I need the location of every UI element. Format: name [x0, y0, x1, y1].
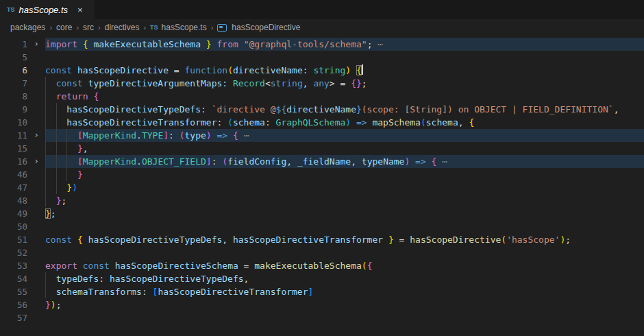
code-line[interactable]: 48 };: [0, 194, 644, 207]
code-line[interactable]: 6const hasScopeDirective = function(dire…: [0, 64, 644, 77]
code-line[interactable]: 53export const hasScopeDirectiveSchema =…: [0, 259, 644, 272]
close-icon[interactable]: ×: [77, 5, 83, 14]
breadcrumb-item-file[interactable]: hasScope.ts: [162, 23, 207, 32]
line-number[interactable]: 11: [0, 129, 27, 142]
line-number[interactable]: 10: [0, 116, 27, 129]
line-number[interactable]: 46: [0, 168, 27, 181]
code-token: [212, 130, 217, 141]
code-content[interactable]: });: [45, 298, 644, 311]
code-token: [72, 65, 77, 75]
breadcrumb-item-packages[interactable]: packages: [10, 23, 45, 32]
code-token: {: [93, 91, 99, 101]
code-token: ;: [56, 300, 62, 310]
line-number[interactable]: 16: [0, 155, 27, 168]
line-number[interactable]: 1: [0, 38, 27, 51]
code-content[interactable]: },: [45, 142, 644, 155]
line-number[interactable]: 8: [0, 90, 27, 103]
code-line[interactable]: 54 typeDefs: hasScopeDirectiveTypeDefs,: [0, 272, 644, 285]
code-token: directiveName: [233, 65, 303, 75]
fold-spacer: [27, 272, 45, 285]
code-line[interactable]: 9 hasScopeDirectiveTypeDefs: `directive …: [0, 103, 644, 116]
code-content[interactable]: };: [45, 207, 644, 220]
code-content[interactable]: }): [45, 181, 644, 194]
code-line[interactable]: 1›import { makeExecutableSchema } from "…: [0, 38, 644, 51]
line-number[interactable]: 9: [0, 103, 27, 116]
fold-spacer: [27, 64, 45, 77]
line-number[interactable]: 49: [0, 207, 27, 220]
line-number[interactable]: 52: [0, 246, 27, 259]
line-number[interactable]: 56: [0, 298, 27, 311]
code-content[interactable]: const typeDirectiveArgumentMaps: Record<…: [45, 77, 644, 90]
code-line[interactable]: 15 },: [0, 142, 644, 155]
line-number[interactable]: 51: [0, 233, 27, 246]
code-line[interactable]: 10 hasScopeDirectiveTransformer: (schema…: [0, 116, 644, 129]
code-content[interactable]: const hasScopeDirective = function(direc…: [45, 64, 644, 77]
breadcrumb-item-src[interactable]: src: [83, 23, 94, 32]
code-line[interactable]: 49};: [0, 207, 644, 220]
code-content[interactable]: [MapperKind.TYPE]: (type) => { ⋯: [45, 129, 644, 142]
code-line[interactable]: 55 schemaTransforms: [hasScopeDirectiveT…: [0, 285, 644, 298]
code-line[interactable]: 16› [MapperKind.OBJECT_FIELD]: (fieldCon…: [0, 155, 644, 168]
line-number[interactable]: 6: [0, 64, 27, 77]
code-line[interactable]: 51const { hasScopeDirectiveTypeDefs, has…: [0, 233, 644, 246]
code-token: :: [265, 117, 276, 128]
breadcrumb-item-core[interactable]: core: [56, 23, 72, 32]
code-line[interactable]: 5: [0, 51, 644, 64]
code-content[interactable]: [45, 220, 644, 233]
code-line[interactable]: 7 const typeDirectiveArgumentMaps: Recor…: [0, 77, 644, 90]
code-content[interactable]: export const hasScopeDirectiveSchema = m…: [45, 259, 644, 272]
line-number[interactable]: 57: [0, 311, 27, 324]
line-number[interactable]: 50: [0, 220, 27, 233]
line-number[interactable]: 48: [0, 194, 27, 207]
breadcrumb-item-symbol[interactable]: hasScopeDirective: [232, 23, 300, 32]
code-content[interactable]: [45, 51, 644, 64]
code-line[interactable]: 47 }): [0, 181, 644, 194]
code-line[interactable]: 57: [0, 311, 644, 324]
code-content[interactable]: schemaTransforms: [hasScopeDirectiveTran…: [45, 285, 644, 298]
line-number[interactable]: 15: [0, 142, 27, 155]
line-number[interactable]: 47: [0, 181, 27, 194]
code-content[interactable]: hasScopeDirectiveTransformer: (schema: G…: [45, 116, 644, 129]
code-line[interactable]: 46 }: [0, 168, 644, 181]
indent-guide: [45, 168, 46, 181]
code-content[interactable]: };: [45, 194, 644, 207]
code-line[interactable]: 50: [0, 220, 644, 233]
code-content[interactable]: }: [45, 168, 644, 181]
fold-chevron-icon[interactable]: ›: [27, 129, 45, 142]
code-content[interactable]: const { hasScopeDirectiveTypeDefs, hasSc…: [45, 233, 644, 246]
fold-spacer: [27, 77, 45, 90]
line-number[interactable]: 5: [0, 51, 27, 64]
code-line[interactable]: 8 return {: [0, 90, 644, 103]
fold-spacer: [27, 116, 45, 129]
code-content[interactable]: [45, 246, 644, 259]
indent-guide: [45, 116, 46, 129]
fold-chevron-icon[interactable]: ›: [27, 155, 45, 168]
line-number[interactable]: 54: [0, 272, 27, 285]
code-content[interactable]: return {: [45, 90, 644, 103]
fold-spacer: [27, 181, 45, 194]
code-content[interactable]: typeDefs: hasScopeDirectiveTypeDefs,: [45, 272, 644, 285]
code-line[interactable]: 52: [0, 246, 644, 259]
code-content[interactable]: [MapperKind.OBJECT_FIELD]: (fieldConfig,…: [45, 155, 644, 168]
tab-hasscope[interactable]: TS hasScope.ts ×: [0, 0, 95, 19]
code-token: [410, 156, 415, 167]
line-number[interactable]: 55: [0, 285, 27, 298]
line-number[interactable]: 7: [0, 77, 27, 90]
code-content[interactable]: hasScopeDirectiveTypeDefs: `directive @$…: [45, 103, 644, 116]
code-editor[interactable]: 1›import { makeExecutableSchema } from "…: [0, 36, 644, 324]
fold-chevron-icon[interactable]: ›: [27, 38, 45, 51]
code-token: =: [394, 235, 410, 245]
breadcrumb-item-directives[interactable]: directives: [105, 23, 140, 32]
code-lines: 1›import { makeExecutableSchema } from "…: [0, 38, 644, 324]
code-token: {: [367, 261, 373, 271]
fold-spacer: [27, 207, 45, 220]
line-number[interactable]: 53: [0, 259, 27, 272]
indent-guide: [45, 272, 46, 285]
code-content[interactable]: import { makeExecutableSchema } from "@g…: [45, 38, 644, 51]
indent-guide: [45, 77, 46, 90]
code-content[interactable]: [45, 311, 644, 324]
code-token: schemaTransforms: [56, 287, 142, 297]
fold-spacer: [27, 51, 45, 64]
code-line[interactable]: 56});: [0, 298, 644, 311]
code-line[interactable]: 11› [MapperKind.TYPE]: (type) => { ⋯: [0, 129, 644, 142]
